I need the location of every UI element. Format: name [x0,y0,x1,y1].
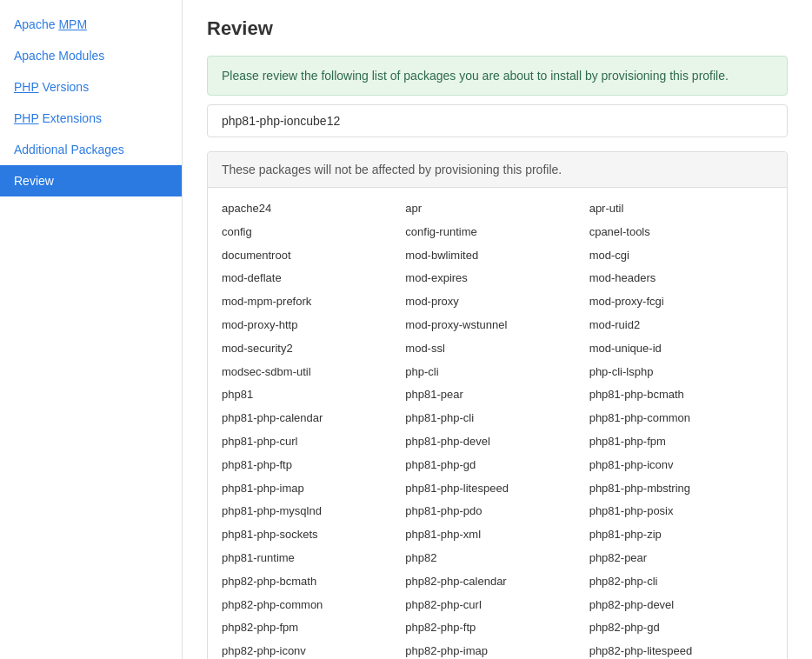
package-to-install: php81-php-ioncube12 [207,104,788,137]
sidebar-item-label: Apache Modules [14,49,104,63]
list-item: php81-php-zip [589,524,773,546]
list-item: php81-php-ftp [222,455,405,476]
list-item: php82-php-calendar [405,571,589,593]
install-alert: Please review the following list of pack… [207,56,788,96]
list-item: mod-mpm-prefork [222,291,405,313]
list-item: mod-proxy-wstunnel [405,315,589,336]
list-item: php81-runtime [222,548,405,569]
list-item: apache24 [222,198,405,220]
unaffected-packages-box: These packages will not be affected by p… [207,151,788,659]
list-item: php81-php-litespeed [405,478,589,500]
list-item: php82-php-devel [589,595,773,616]
list-item: php81-php-iconv [589,455,773,476]
list-item: apr-util [589,198,773,220]
sidebar-item-label: Review [14,174,54,188]
list-item: php81-php-gd [405,455,589,476]
list-item: mod-security2 [222,338,405,360]
list-item: php81-php-sockets [222,524,405,546]
list-item: mod-expires [405,268,589,290]
list-item: mod-proxy [405,291,589,313]
unaffected-header: These packages will not be affected by p… [208,152,787,188]
list-item: php82-php-gd [589,617,773,639]
list-item: modsec-sdbm-util [222,362,405,383]
list-item: mod-bwlimited [405,245,589,267]
list-item: config-runtime [405,222,589,243]
list-item: apr [405,198,589,220]
list-item: php81-php-calendar [222,408,405,429]
sidebar-item-apache-modules[interactable]: Apache Modules [0,40,182,71]
sidebar-item-label: PHP Extensions [14,111,102,125]
page-title: Review [207,17,788,40]
list-item: php81-php-devel [405,431,589,453]
list-item: mod-headers [589,268,773,290]
list-item: php82-php-fpm [222,617,405,639]
list-item: php82-php-cli [589,571,773,593]
list-item: php81-php-mysqlnd [222,501,405,523]
list-item: mod-proxy-fcgi [589,291,773,313]
sidebar-item-label: Apache MPM [14,17,87,31]
alert-text: Please review the following list of pack… [222,69,729,83]
list-item: mod-cgi [589,245,773,267]
list-item: cpanel-tools [589,222,773,243]
list-item: php81-pear [405,384,589,406]
sidebar: Apache MPM Apache Modules PHP Versions P… [0,0,183,659]
list-item: mod-ssl [405,338,589,360]
sidebar-item-php-extensions[interactable]: PHP Extensions [0,103,182,134]
list-item: php82 [405,548,589,569]
list-item: php81-php-imap [222,478,405,500]
list-item: mod-proxy-http [222,315,405,336]
list-item: php81-php-fpm [589,431,773,453]
list-item: php81-php-xml [405,524,589,546]
list-item: php82-php-imap [405,641,589,659]
list-item: php81-php-cli [405,408,589,429]
main-content: Review Please review the following list … [183,0,812,659]
list-item: php-cli [405,362,589,383]
install-package-name: php81-php-ioncube12 [222,114,340,128]
list-item: php82-php-curl [405,595,589,616]
list-item: php81-php-pdo [405,501,589,523]
list-item: php-cli-lsphp [589,362,773,383]
list-item: php81-php-bcmath [589,384,773,406]
sidebar-item-review[interactable]: Review [0,165,182,196]
list-item: php82-php-bcmath [222,571,405,593]
list-item: php82-php-common [222,595,405,616]
list-item: php81-php-curl [222,431,405,453]
sidebar-item-php-versions[interactable]: PHP Versions [0,71,182,103]
list-item: mod-unique-id [589,338,773,360]
list-item: php82-pear [589,548,773,569]
list-item: php82-php-ftp [405,617,589,639]
sidebar-item-label: Additional Packages [14,143,124,156]
list-item: php81-php-mbstring [589,478,773,500]
list-item: php82-php-iconv [222,641,405,659]
list-item: documentroot [222,245,405,267]
list-item: php81-php-common [589,408,773,429]
sidebar-item-apache-mpm[interactable]: Apache MPM [0,9,182,40]
packages-grid: apache24aprapr-utilconfigconfig-runtimec… [208,188,787,659]
sidebar-item-additional-packages[interactable]: Additional Packages [0,134,182,165]
list-item: mod-ruid2 [589,315,773,336]
list-item: mod-deflate [222,268,405,290]
list-item: php81 [222,384,405,406]
sidebar-item-label: PHP Versions [14,80,89,94]
list-item: php82-php-litespeed [589,641,773,659]
list-item: config [222,222,405,243]
list-item: php81-php-posix [589,501,773,523]
